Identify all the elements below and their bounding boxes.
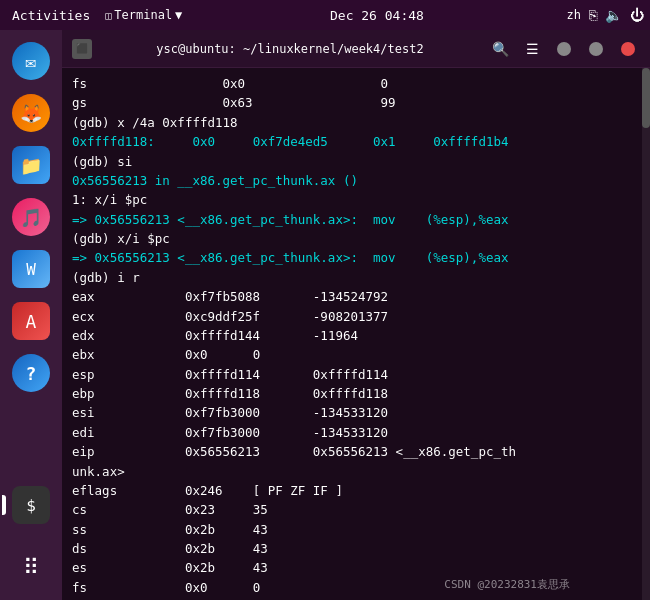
terminal-line-14: ebx 0x0 0 xyxy=(72,345,640,364)
terminal-line-6: 1: x/i $pc xyxy=(72,190,640,209)
thunderbird-icon: ✉ xyxy=(12,42,50,80)
topbar-datetime: Dec 26 04:48 xyxy=(330,8,424,23)
terminal-line-12: ecx 0xc9ddf25f -908201377 xyxy=(72,307,640,326)
firefox-icon: 🦊 xyxy=(12,94,50,132)
terminal-line-25: es 0x2b 43 xyxy=(72,558,640,577)
terminal-line-24: ds 0x2b 43 xyxy=(72,539,640,558)
scrollbar[interactable] xyxy=(642,68,650,600)
terminal-line-4: (gdb) si xyxy=(72,152,640,171)
writer-icon: W xyxy=(12,250,50,288)
activities-button[interactable]: Activities xyxy=(6,6,96,25)
network-icon[interactable]: ⎘ xyxy=(589,7,597,23)
terminal-close-button[interactable] xyxy=(616,37,640,61)
sidebar-item-writer[interactable]: W xyxy=(8,246,54,292)
terminal-line-3: 0xffffd118: 0x0 0xf7de4ed5 0x1 0xffffd1b… xyxy=(72,132,640,151)
terminal-maximize-button[interactable] xyxy=(584,37,608,61)
terminal-line-15: esp 0xffffd114 0xffffd114 xyxy=(72,365,640,384)
terminal-window-controls: 🔍 ☰ xyxy=(488,37,640,61)
sidebar-item-terminal[interactable]: $ xyxy=(8,482,54,528)
close-icon xyxy=(621,42,635,56)
music-icon: 🎵 xyxy=(12,198,50,236)
terminal-menu-arrow: ▼ xyxy=(175,8,182,22)
scrollbar-thumb[interactable] xyxy=(642,68,650,128)
grid-icon: ⠿ xyxy=(12,548,50,586)
terminal-menu-button[interactable]: ◫ Terminal ▼ xyxy=(100,6,187,24)
terminal-line-9: => 0x56556213 <__x86.get_pc_thunk.ax>: m… xyxy=(72,248,640,267)
terminal-window-icon: ⬛ xyxy=(72,39,92,59)
files-icon: 📁 xyxy=(12,146,50,184)
sidebar-item-music[interactable]: 🎵 xyxy=(8,194,54,240)
terminal-titlebar: ⬛ ysc@ubuntu: ~/linuxkernel/week4/test2 … xyxy=(62,30,650,68)
terminal-line-5: 0x56556213 in __x86.get_pc_thunk.ax () xyxy=(72,171,640,190)
terminal-menu-label: Terminal xyxy=(114,8,172,22)
sidebar-item-files[interactable]: 📁 xyxy=(8,142,54,188)
help-icon: ? xyxy=(12,354,50,392)
terminal-window: ⬛ ysc@ubuntu: ~/linuxkernel/week4/test2 … xyxy=(62,30,650,600)
terminal-search-button[interactable]: 🔍 xyxy=(488,37,512,61)
sidebar-item-grid[interactable]: ⠿ xyxy=(8,544,54,590)
terminal-line-2: (gdb) x /4a 0xffffd118 xyxy=(72,113,640,132)
terminal-line-13: edx 0xffffd144 -11964 xyxy=(72,326,640,345)
topbar-right: zh ⎘ 🔈 ⏻ xyxy=(567,7,644,23)
minimize-icon xyxy=(557,42,571,56)
topbar-left: Activities ◫ Terminal ▼ xyxy=(6,6,187,25)
terminal-line-1: gs 0x63 99 xyxy=(72,93,640,112)
sidebar-item-thunderbird[interactable]: ✉ xyxy=(8,38,54,84)
sidebar-item-firefox[interactable]: 🦊 xyxy=(8,90,54,136)
terminal-line-23: ss 0x2b 43 xyxy=(72,520,640,539)
terminal-minimize-button[interactable] xyxy=(552,37,576,61)
terminal-line-0: fs 0x0 0 xyxy=(72,74,640,93)
terminal-line-22: cs 0x23 35 xyxy=(72,500,640,519)
terminal-line-17: esi 0xf7fb3000 -134533120 xyxy=(72,403,640,422)
terminal-line-7: => 0x56556213 <__x86.get_pc_thunk.ax>: m… xyxy=(72,210,640,229)
terminal-line-18: edi 0xf7fb3000 -134533120 xyxy=(72,423,640,442)
volume-icon[interactable]: 🔈 xyxy=(605,7,622,23)
terminal-line-20: unk.ax> xyxy=(72,462,640,481)
watermark: CSDN @20232831袁思承 xyxy=(444,577,570,592)
terminal-content[interactable]: fs 0x0 0gs 0x63 99(gdb) x /4a 0xffffd118… xyxy=(62,68,650,600)
terminal-line-21: eflags 0x246 [ PF ZF IF ] xyxy=(72,481,640,500)
terminal-line-10: (gdb) i r xyxy=(72,268,640,287)
sidebar-item-appstore[interactable]: A xyxy=(8,298,54,344)
terminal-icon: $ xyxy=(12,486,50,524)
terminal-menu-icon: ◫ xyxy=(105,10,111,21)
terminal-window-title: ysc@ubuntu: ~/linuxkernel/week4/test2 xyxy=(100,42,480,56)
terminal-line-8: (gdb) x/i $pc xyxy=(72,229,640,248)
power-icon[interactable]: ⏻ xyxy=(630,7,644,23)
terminal-line-16: ebp 0xffffd118 0xffffd118 xyxy=(72,384,640,403)
appstore-icon: A xyxy=(12,302,50,340)
sidebar: ✉ 🦊 📁 🎵 W A ? $ ⠿ xyxy=(0,30,62,600)
terminal-menu-toggle[interactable]: ☰ xyxy=(520,37,544,61)
topbar: Activities ◫ Terminal ▼ Dec 26 04:48 zh … xyxy=(0,0,650,30)
lang-indicator[interactable]: zh xyxy=(567,8,581,22)
terminal-line-11: eax 0xf7fb5088 -134524792 xyxy=(72,287,640,306)
maximize-icon xyxy=(589,42,603,56)
terminal-line-19: eip 0x56556213 0x56556213 <__x86.get_pc_… xyxy=(72,442,640,461)
sidebar-item-help[interactable]: ? xyxy=(8,350,54,396)
